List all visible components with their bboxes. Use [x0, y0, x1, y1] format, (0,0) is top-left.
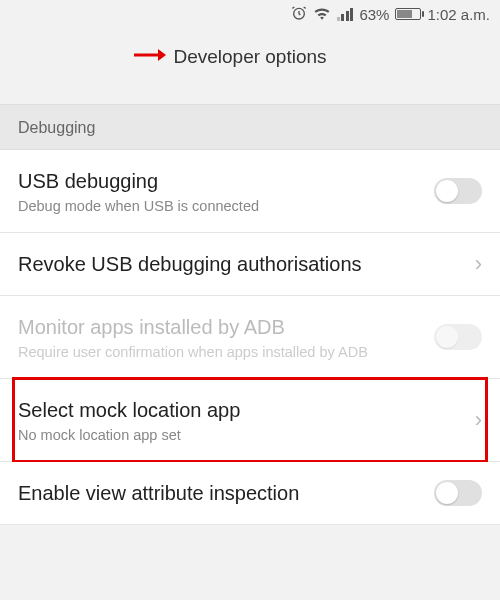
row-mock-location[interactable]: Select mock location app No mock locatio…: [0, 379, 500, 462]
row-view-attribute[interactable]: Enable view attribute inspection: [0, 462, 500, 525]
alarm-icon: [291, 5, 307, 24]
toggle-view-attribute[interactable]: [434, 480, 482, 506]
row-usb-debugging[interactable]: USB debugging Debug mode when USB is con…: [0, 150, 500, 233]
annotation-arrow: [134, 48, 166, 66]
row-title: Monitor apps installed by ADB: [18, 314, 434, 340]
wifi-icon: [313, 6, 331, 23]
page-title: Developer options: [173, 46, 326, 68]
row-title: USB debugging: [18, 168, 434, 194]
row-title: Enable view attribute inspection: [18, 480, 434, 506]
row-subtitle: Debug mode when USB is connected: [18, 198, 434, 214]
toggle-monitor-adb: [434, 324, 482, 350]
row-title: Revoke USB debugging authorisations: [18, 251, 467, 277]
chevron-right-icon: ›: [467, 407, 482, 433]
row-subtitle: No mock location app set: [18, 427, 467, 443]
battery-icon: [395, 8, 421, 20]
status-bar: 63% 1:02 a.m.: [0, 0, 500, 28]
toggle-usb-debugging[interactable]: [434, 178, 482, 204]
row-subtitle: Require user confirmation when apps inst…: [18, 344, 434, 360]
battery-percent: 63%: [359, 6, 389, 23]
status-time: 1:02 a.m.: [427, 6, 490, 23]
section-header-debugging: Debugging: [0, 104, 500, 150]
row-monitor-adb: Monitor apps installed by ADB Require us…: [0, 296, 500, 379]
svg-marker-2: [158, 49, 166, 61]
signal-icon: [337, 7, 354, 21]
chevron-right-icon: ›: [467, 251, 482, 277]
row-revoke-usb[interactable]: Revoke USB debugging authorisations ›: [0, 233, 500, 296]
row-title: Select mock location app: [18, 397, 467, 423]
app-header: Developer options: [0, 28, 500, 86]
